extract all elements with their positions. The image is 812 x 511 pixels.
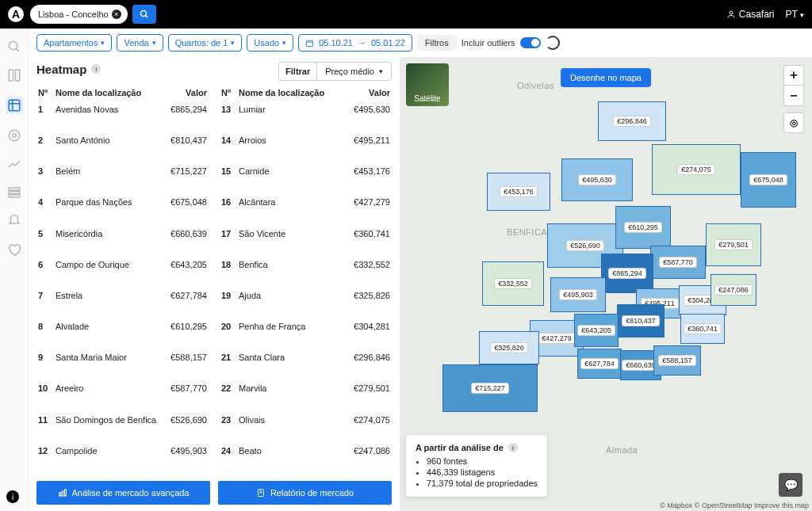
district-polygon[interactable]: €610,295 [615, 206, 671, 249]
filter-type[interactable]: Apartamentos▾ [36, 34, 112, 51]
table-row[interactable]: 15Carnide€453,176 [220, 164, 392, 195]
satellite-toggle[interactable]: Satélite [406, 63, 449, 106]
map-attribution: © Mapbox © OpenStreetMap Improve this ma… [660, 501, 809, 509]
svg-rect-19 [64, 490, 66, 496]
table-row[interactable]: 14Arroios€495,211 [220, 133, 392, 164]
table-row[interactable]: 18Benfica€332,552 [220, 257, 392, 288]
svg-rect-18 [62, 491, 63, 496]
district-polygon[interactable]: €627,784 [577, 349, 622, 379]
district-polygon[interactable]: €296,846 [598, 101, 666, 141]
table-row[interactable]: 23Olivais€274,075 [220, 413, 392, 444]
nav-heart-icon[interactable] [7, 242, 21, 257]
map-bg-label: Almada [606, 445, 638, 455]
ranking-left: Nº Nome da localização Valor 1Avenidas N… [36, 86, 209, 475]
district-value: €325,826 [490, 342, 528, 353]
app-logo[interactable]: A [8, 6, 24, 22]
table-row[interactable]: 9Santa Maria Maior€588,157 [36, 350, 209, 381]
district-polygon[interactable]: €453,176 [487, 173, 550, 211]
search-button[interactable] [132, 5, 156, 24]
table-row[interactable]: 6Campo de Ourique€643,205 [36, 257, 209, 288]
filter-operation[interactable]: Venda▾ [117, 34, 163, 51]
table-row[interactable]: 13Lumiar€495,630 [220, 102, 392, 133]
svg-line-4 [16, 48, 19, 51]
map[interactable]: Satélite Desenhe no mapa + − ◎ A partir … [400, 57, 812, 511]
table-row[interactable]: 16Alcântara€427,279 [220, 195, 392, 226]
table-row[interactable]: 22Marvila€279,501 [220, 381, 392, 412]
nav-search-icon[interactable] [7, 40, 21, 54]
district-polygon[interactable]: €675,048 [741, 152, 796, 208]
nav-layers-icon[interactable] [7, 185, 21, 200]
svg-rect-5 [9, 70, 13, 81]
district-polygon[interactable]: €587,770 [650, 246, 706, 279]
metric-filter[interactable]: Filtrar Preço médio▾ [278, 62, 392, 81]
district-polygon[interactable]: €325,826 [479, 331, 539, 364]
district-polygon[interactable]: €495,630 [561, 158, 633, 201]
nav-analytics-icon[interactable] [7, 157, 21, 171]
info-icon[interactable]: i [508, 443, 518, 452]
draw-on-map[interactable]: Desenhe no mapa [561, 68, 651, 87]
district-polygon[interactable]: €332,552 [482, 261, 544, 306]
svg-point-10 [9, 130, 20, 141]
outliers-toggle[interactable]: Incluir outliers [462, 37, 541, 48]
table-row[interactable]: 11São Domingos de Benfica€526,690 [36, 413, 209, 444]
search-chip[interactable]: Lisboa - Concelho × [38, 10, 121, 19]
chip-remove-icon[interactable]: × [112, 10, 121, 19]
table-row[interactable]: 12Campolide€495,903 [36, 444, 209, 475]
table-row[interactable]: 20Penha de França€304,281 [220, 319, 392, 350]
table-row[interactable]: 19Ajuda€325,826 [220, 288, 392, 319]
table-row[interactable]: 24Beato€247,086 [220, 444, 392, 475]
svg-rect-13 [9, 192, 20, 194]
table-row[interactable]: 5Misericórdia€660,639 [36, 227, 209, 257]
cta-report[interactable]: Relatório de mercado [218, 481, 392, 505]
refresh-icon[interactable] [546, 36, 560, 50]
table-row[interactable]: 4Parque das Nações€675,048 [36, 195, 209, 226]
zoom-out[interactable]: − [783, 86, 804, 106]
district-polygon[interactable]: €643,205 [574, 314, 619, 347]
locate-me[interactable]: ◎ [783, 112, 804, 133]
table-row[interactable]: 7Estrela€627,784 [36, 288, 209, 319]
district-polygon[interactable]: €274,075 [652, 144, 741, 195]
panel-info-bubble[interactable]: i [6, 490, 19, 503]
user-menu[interactable]: Casafari [726, 9, 775, 20]
district-value: €296,846 [613, 116, 651, 127]
nav-compare-icon[interactable] [7, 68, 21, 82]
table-row[interactable]: 21Santa Clara€296,846 [220, 350, 392, 381]
district-polygon[interactable]: €279,501 [706, 223, 761, 266]
filter-condition[interactable]: Usado▾ [247, 34, 293, 51]
ranking-right: Nº Nome da localização Valor 13Lumiar€49… [220, 86, 392, 475]
district-polygon[interactable]: €360,741 [680, 314, 725, 344]
district-polygon[interactable]: €715,227 [442, 364, 538, 412]
nav-map-search-icon[interactable] [7, 128, 21, 143]
nav-heatmap-icon[interactable] [6, 97, 23, 114]
filter-rooms[interactable]: Quartos: de 1▾ [168, 34, 243, 51]
district-value: €495,630 [578, 174, 616, 185]
district-polygon[interactable]: €810,437 [617, 304, 665, 337]
district-polygon[interactable]: €495,903 [550, 277, 606, 312]
panel-title: Heatmapi [36, 63, 101, 76]
toggle-switch-icon[interactable] [520, 37, 541, 48]
district-value: €427,279 [538, 333, 576, 344]
district-value: €610,295 [624, 222, 662, 233]
district-polygon[interactable]: €247,086 [710, 274, 756, 306]
info-icon[interactable]: i [91, 64, 101, 74]
cta-advanced[interactable]: Análise de mercado avançada [36, 481, 210, 505]
chat-fab[interactable]: 💬 [779, 473, 802, 497]
nav-bell-icon[interactable] [7, 214, 21, 228]
zoom-in[interactable]: + [783, 65, 804, 86]
filter-more[interactable]: Filtros [417, 35, 457, 51]
lang-switch[interactable]: PT ▾ [786, 9, 804, 20]
table-row[interactable]: 1Avenidas Novas€865,294 [36, 102, 209, 133]
location-search[interactable]: Lisboa - Concelho × [30, 5, 128, 24]
district-polygon[interactable]: €588,157 [653, 345, 701, 376]
sidebar [0, 29, 29, 511]
district-polygon[interactable]: €865,294 [601, 254, 653, 293]
table-row[interactable]: 3Belém€715,227 [36, 164, 209, 195]
filter-daterange[interactable]: 05.10.21 → 05.01.22 [298, 34, 412, 51]
svg-point-3 [9, 41, 17, 50]
analysis-summary: A partir da análise dei 960 fontes446,33… [406, 435, 547, 497]
table-row[interactable]: 17São Vicente€360,741 [220, 227, 392, 257]
table-row[interactable]: 2Santo António€810,437 [36, 133, 209, 164]
district-value: €587,770 [659, 257, 697, 268]
table-row[interactable]: 8Alvalade€610,295 [36, 319, 209, 350]
table-row[interactable]: 10Areeiro€587,770 [36, 381, 209, 412]
